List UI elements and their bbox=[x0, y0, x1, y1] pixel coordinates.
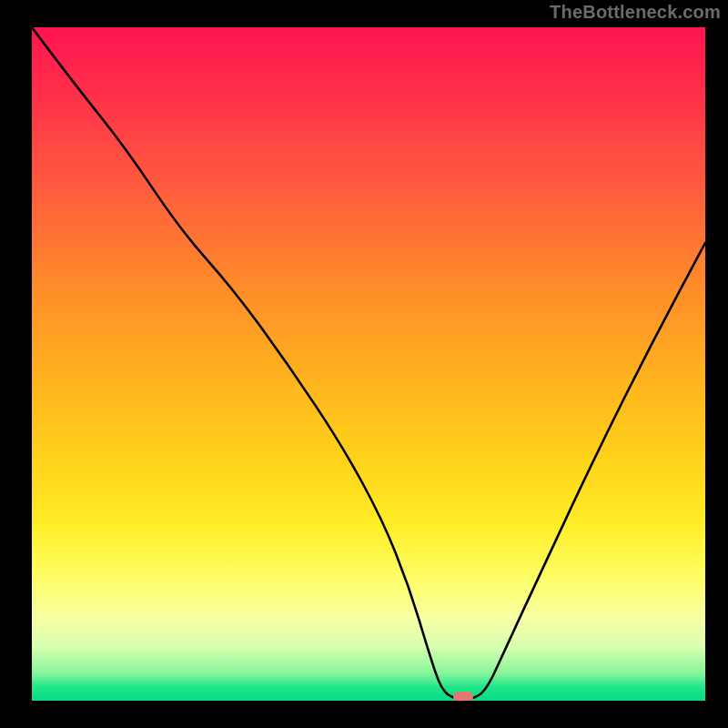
watermark-text: TheBottleneck.com bbox=[550, 2, 721, 23]
bottleneck-curve bbox=[32, 27, 705, 701]
minimum-marker bbox=[453, 692, 473, 701]
chart-frame: TheBottleneck.com bbox=[0, 0, 728, 728]
curve-path bbox=[32, 27, 705, 700]
plot-area bbox=[32, 27, 705, 701]
